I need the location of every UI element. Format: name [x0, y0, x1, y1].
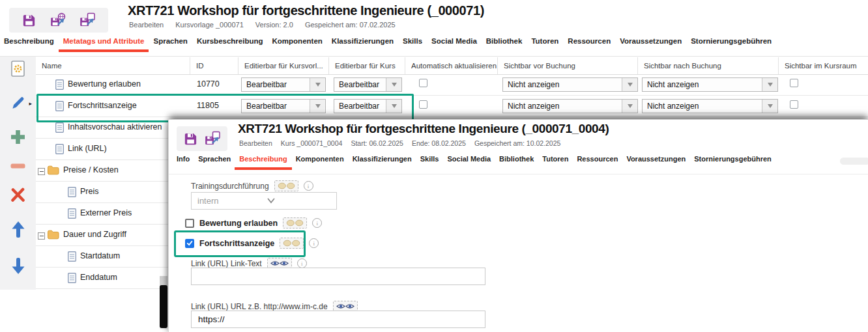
visibility-toggle-icon[interactable]: [280, 238, 304, 249]
tab-komponenten[interactable]: Komponenten: [296, 150, 344, 170]
caret-down-icon: [315, 83, 321, 87]
column-header-label: Sichtbar nach Buchung: [644, 62, 721, 70]
tab-sprachen[interactable]: Sprachen: [198, 150, 231, 170]
template-window-meta: BearbeitenKursvorlage _000071Version: 2.…: [129, 21, 396, 29]
meta-item: Kurs _000071_0004: [281, 139, 343, 147]
tab-sprachen[interactable]: Sprachen: [153, 33, 187, 52]
training-select[interactable]: intern: [191, 192, 337, 210]
info-icon[interactable]: [297, 258, 307, 268]
tab-ressourcen[interactable]: Ressourcen: [577, 150, 618, 170]
meta-item: Bearbeiten: [239, 139, 272, 147]
collapse-icon[interactable]: [38, 232, 45, 240]
save-back-icon[interactable]: [204, 131, 221, 146]
add-icon[interactable]: [10, 130, 25, 145]
save-icon[interactable]: [183, 131, 198, 146]
tab-bibliothek[interactable]: Bibliothek: [486, 33, 523, 52]
training-label: Trainingsdurchführung: [191, 182, 269, 191]
tab-bibliothek[interactable]: Bibliothek: [499, 150, 534, 170]
visibility-toggle-icon[interactable]: [283, 217, 307, 228]
training-label-row: Trainingsdurchführung: [191, 180, 313, 191]
table-header: NameIDEditierbar für Kursvorl...Editierb…: [36, 57, 868, 75]
tab-beschreibung[interactable]: Beschreibung: [239, 150, 287, 170]
tab-ressourcen[interactable]: Ressourcen: [568, 33, 611, 52]
tab-stornierungsgeb-hren[interactable]: Stornierungsgebühren: [694, 150, 772, 170]
column-header-id: ID: [190, 57, 239, 74]
tab-tutoren[interactable]: Tutoren: [531, 33, 558, 52]
save-publish-icon[interactable]: [50, 12, 66, 28]
template-toolbar: [9, 8, 108, 33]
new-item-icon[interactable]: [11, 61, 25, 77]
tab-beschreibung[interactable]: Beschreibung: [4, 33, 54, 52]
tab-skills[interactable]: Skills: [403, 33, 422, 52]
checkbox-sichtbar-im-kursraum[interactable]: [790, 100, 798, 109]
edit-icon[interactable]: ▸: [10, 96, 25, 111]
course-window-meta: BearbeitenKurs _000071_0004Start: 06.02.…: [239, 139, 560, 147]
row-label: Startdatum: [80, 251, 120, 260]
dropdown-sichtbar-nach-buchung[interactable]: Nicht anzeigen: [642, 99, 778, 113]
tab-tutoren[interactable]: Tutoren: [542, 150, 568, 170]
dropdown-sichtbar-nach-buchung[interactable]: Nicht anzeigen: [642, 77, 778, 92]
info-icon[interactable]: [312, 218, 322, 228]
dropdown-editierbar-kurs[interactable]: Bearbeitbar: [334, 99, 402, 113]
dropdown-value: Nicht anzeigen: [503, 102, 622, 111]
move-down-icon[interactable]: [12, 257, 25, 274]
checkbox-sichtbar-im-kursraum[interactable]: [790, 79, 798, 87]
checkbox-automatisch-aktualisieren[interactable]: [419, 79, 427, 87]
dropdown-value: Bearbeitbar: [242, 80, 310, 89]
delete-icon[interactable]: [10, 187, 25, 202]
collapse-icon[interactable]: [38, 168, 45, 175]
move-up-icon[interactable]: [12, 221, 25, 238]
course-scrollbar[interactable]: [840, 158, 868, 165]
save-icon[interactable]: [22, 13, 36, 28]
tab-divider: [0, 56, 868, 57]
link-text-input[interactable]: [191, 268, 485, 285]
tab-social-media[interactable]: Social Media: [431, 33, 477, 52]
scrollbar-thumb[interactable]: [160, 285, 167, 328]
visibility-toggle-icon[interactable]: [274, 180, 298, 191]
dropdown-value: Bearbeitbar: [334, 80, 386, 89]
caret-down-icon: [392, 83, 397, 87]
save-back-icon[interactable]: [79, 12, 96, 28]
row-id: 10770: [197, 79, 220, 89]
tab-stornierungsgeb-hren[interactable]: Stornierungsgebühren: [691, 33, 772, 52]
tab-info[interactable]: Info: [177, 150, 190, 170]
tab-social-media[interactable]: Social Media: [447, 150, 491, 170]
tab-metatags-und-attribute[interactable]: Metatags und Attribute: [63, 33, 145, 52]
tab-kursbeschreibung[interactable]: Kursbeschreibung: [197, 33, 263, 52]
column-header-name: Name: [36, 57, 190, 74]
info-icon[interactable]: [304, 181, 313, 191]
caret-down-icon: [768, 83, 773, 87]
info-icon[interactable]: [309, 238, 319, 248]
document-icon: [68, 273, 76, 286]
tab-voraussetzungen[interactable]: Voraussetzungen: [626, 150, 686, 170]
context-caret-icon: ▸: [29, 100, 32, 107]
tab-klassifizierungen[interactable]: Klassifizierungen: [353, 150, 412, 170]
dropdown-editierbar-kurs[interactable]: Bearbeitbar: [334, 77, 402, 92]
dropdown-sichtbar-vor-buchung[interactable]: Nicht anzeigen: [502, 77, 638, 92]
folder-icon: [47, 165, 59, 178]
checkbox-automatisch-aktualisieren[interactable]: [419, 100, 427, 109]
dropdown-button: [622, 100, 637, 113]
document-icon: [68, 187, 76, 200]
checkbox-bewertung-erlauben[interactable]: [185, 219, 194, 228]
row-label: Preis: [80, 187, 98, 196]
tab-skills[interactable]: Skills: [420, 150, 439, 170]
dropdown-editierbar-kursvorlage[interactable]: Bearbeitbar: [241, 99, 326, 113]
bewertung-row: Bewertung erlauben: [185, 217, 322, 228]
action-sidebar: ▸: [0, 57, 36, 290]
course-tab-bar: InfoSprachenBeschreibungKomponentenKlass…: [177, 150, 772, 170]
tab-komponenten[interactable]: Komponenten: [272, 33, 323, 52]
link-url-input[interactable]: [191, 311, 485, 328]
dropdown-button: [386, 100, 401, 113]
remove-icon[interactable]: [10, 163, 25, 169]
tab-voraussetzungen[interactable]: Voraussetzungen: [620, 33, 682, 52]
tab-klassifizierungen[interactable]: Klassifizierungen: [332, 33, 394, 52]
fortschritt-label: Fortschrittsanzeige: [199, 239, 274, 248]
checkbox-fortschrittsanzeige[interactable]: [185, 239, 194, 248]
meta-item: Gespeichert am: 07.02.2025: [305, 21, 396, 29]
table-row[interactable]: Fortschrittsanzeige11805BearbeitbarBearb…: [36, 96, 868, 117]
dropdown-sichtbar-vor-buchung[interactable]: Nicht anzeigen: [502, 99, 638, 113]
table-row[interactable]: Bewertung erlauben10770BearbeitbarBearbe…: [36, 74, 868, 96]
dropdown-editierbar-kursvorlage[interactable]: Bearbeitbar: [241, 77, 326, 92]
document-icon: [55, 122, 64, 135]
